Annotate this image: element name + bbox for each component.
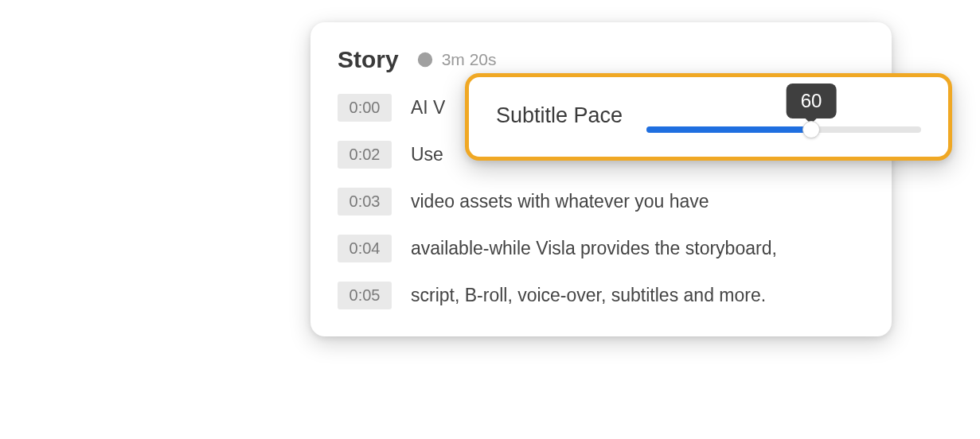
clock-icon <box>416 51 434 68</box>
time-badge: 0:05 <box>338 282 392 309</box>
story-text: video assets with whatever you have <box>411 191 709 212</box>
story-text: available-while Visla provides the story… <box>411 238 777 259</box>
subtitle-pace-card: Subtitle Pace 60 <box>465 73 952 161</box>
time-badge: 0:00 <box>338 94 392 122</box>
story-row[interactable]: 0:04 available-while Visla provides the … <box>338 235 865 262</box>
subtitle-pace-label: Subtitle Pace <box>496 103 623 128</box>
story-text: AI V <box>411 97 445 118</box>
duration-group: 3m 20s <box>416 50 497 69</box>
time-badge: 0:03 <box>338 188 392 216</box>
subtitle-pace-slider[interactable]: 60 <box>646 98 921 133</box>
subtitle-pace-row: Subtitle Pace 60 <box>496 98 921 133</box>
story-row[interactable]: 0:03 video assets with whatever you have <box>338 188 865 216</box>
story-row[interactable]: 0:05 script, B-roll, voice-over, subtitl… <box>338 282 865 309</box>
story-text: script, B-roll, voice-over, subtitles an… <box>411 285 766 306</box>
story-title: Story <box>338 46 399 73</box>
duration-text: 3m 20s <box>442 50 497 69</box>
slider-fill <box>646 126 811 133</box>
story-header: Story 3m 20s <box>338 46 865 73</box>
slider-track <box>646 126 921 133</box>
story-card: Story 3m 20s 0:00 AI V 0:02 Use 0:03 vid… <box>310 22 892 336</box>
time-badge: 0:02 <box>338 141 392 169</box>
story-text: Use <box>411 144 443 165</box>
slider-thumb[interactable] <box>802 121 820 138</box>
slider-tooltip: 60 <box>787 84 837 118</box>
time-badge: 0:04 <box>338 235 392 262</box>
